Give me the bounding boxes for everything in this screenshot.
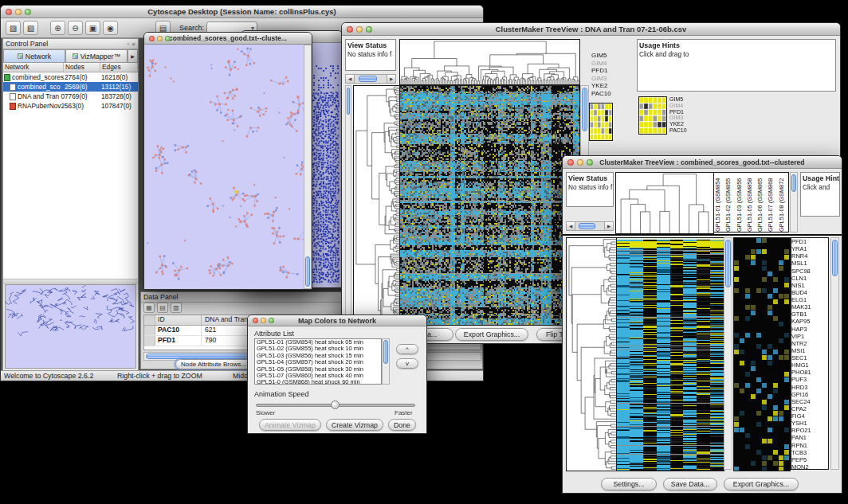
close-button[interactable] bbox=[149, 36, 155, 41]
gene-label[interactable]: TCB3 bbox=[791, 449, 828, 456]
row-dendrogram-canvas[interactable] bbox=[353, 85, 401, 326]
move-down-button[interactable]: v bbox=[396, 358, 418, 369]
gene-label[interactable]: PFD1 bbox=[669, 109, 701, 115]
zoom-out-icon[interactable]: ⊖ bbox=[68, 21, 83, 35]
dialog-button[interactable]: Done bbox=[388, 419, 416, 431]
gene-label[interactable]: PAN1 bbox=[791, 434, 828, 441]
column-label[interactable]: GPL51-02 (GSM855 bbox=[724, 173, 735, 232]
gene-label[interactable]: HAP3 bbox=[791, 326, 828, 333]
tab-overflow-button[interactable]: ▶ bbox=[128, 49, 138, 63]
float-panel-icon[interactable]: ▫ bbox=[127, 41, 129, 48]
network-row[interactable]: RNAPuberNov2 563(0) 107847(0) bbox=[3, 101, 138, 111]
attribute-item[interactable]: GPL51-0 (GSM868) heat shock 60 min bbox=[255, 379, 381, 385]
zoom-in-icon[interactable]: ⊕ bbox=[50, 21, 65, 35]
gene-label[interactable]: YKE2 bbox=[669, 121, 701, 127]
attribute-store-icon[interactable]: ▥ bbox=[171, 303, 182, 313]
minimize-button[interactable] bbox=[356, 26, 363, 33]
vscroll-thumb[interactable] bbox=[725, 240, 731, 287]
gene-label[interactable]: MAK31 bbox=[791, 303, 828, 311]
genes-vscrollbar[interactable] bbox=[830, 237, 839, 470]
gene-label[interactable]: PFD1 bbox=[591, 67, 633, 75]
zoom-selected-icon[interactable]: ◉ bbox=[103, 21, 118, 35]
treeview1-title-bar[interactable]: ClusterMaker TreeView : DNA and Tran 07-… bbox=[342, 23, 840, 36]
close-button[interactable] bbox=[347, 26, 353, 33]
settings-button[interactable]: Settings... bbox=[601, 478, 657, 490]
global-heatmap-canvas[interactable] bbox=[399, 85, 580, 326]
gene-label[interactable]: RPO21 bbox=[791, 427, 828, 434]
scroll-track[interactable] bbox=[575, 222, 604, 230]
gene-label[interactable]: YKE2 bbox=[591, 82, 633, 90]
col-nodes[interactable]: Nodes bbox=[64, 63, 100, 72]
gene-label[interactable]: GIM5 bbox=[669, 96, 701, 103]
gene-label[interactable]: GTB1 bbox=[791, 311, 828, 318]
gene-label[interactable]: SEC24 bbox=[791, 398, 828, 405]
speed-slider[interactable] bbox=[256, 404, 415, 407]
labels-vscrollbar[interactable] bbox=[790, 172, 798, 232]
control-panel-tab[interactable]: VizMapper™ bbox=[65, 49, 128, 63]
gene-label[interactable]: PEP5 bbox=[791, 456, 828, 463]
gene-label[interactable]: MON2 bbox=[791, 463, 828, 470]
gene-label[interactable]: SEC1 bbox=[791, 354, 828, 361]
gene-label[interactable]: PUF3 bbox=[791, 376, 828, 383]
vscroll-thumb[interactable] bbox=[582, 88, 587, 131]
gene-label[interactable]: RPN1 bbox=[791, 442, 828, 449]
gene-label[interactable]: GIM3 bbox=[669, 115, 701, 121]
zoom-heatmap-canvas[interactable] bbox=[733, 237, 791, 471]
gene-label[interactable]: YRA1 bbox=[791, 245, 828, 252]
gene-label[interactable]: VIP1 bbox=[791, 333, 828, 340]
gene-label[interactable]: HMG1 bbox=[791, 361, 828, 369]
export-graphics-button[interactable]: Export Graphics... bbox=[455, 328, 528, 341]
close-button[interactable] bbox=[253, 318, 258, 323]
column-label[interactable]: GPL51-05 (GSM858 bbox=[746, 173, 756, 232]
column-label[interactable]: GPL51-07 (GSM868 bbox=[767, 173, 777, 232]
gene-label[interactable]: PAC10 bbox=[669, 127, 701, 134]
scroll-right-icon[interactable]: ▶ bbox=[604, 222, 613, 230]
gene-label[interactable]: MSL1 bbox=[791, 260, 828, 267]
vscroll-thumb[interactable] bbox=[383, 340, 388, 364]
network-title-bar[interactable]: combined_scores_good.txt--cluste... bbox=[144, 33, 312, 45]
network-overview-canvas[interactable] bbox=[6, 285, 135, 367]
col-edges[interactable]: Edges bbox=[100, 63, 138, 72]
network-row[interactable]: combined_scores 2764(0) 16218(0) bbox=[3, 72, 138, 82]
gene-label[interactable]: GPI16 bbox=[791, 391, 828, 398]
gene-label[interactable]: ELG1 bbox=[791, 296, 828, 303]
gene-label[interactable]: NTR2 bbox=[791, 340, 828, 347]
heatmap-vscrollbar[interactable] bbox=[724, 237, 732, 470]
scroll-thumb[interactable] bbox=[579, 223, 595, 229]
scroll-right-icon[interactable]: ▶ bbox=[387, 75, 395, 83]
vscroll-thumb[interactable] bbox=[305, 256, 310, 287]
network-row[interactable]: DNA and Tran 07 7769(0) 183728(0) bbox=[3, 92, 138, 101]
node-attribute-browser-button[interactable]: Node Attribute Brows... bbox=[175, 359, 252, 369]
column-label[interactable]: GPL51-06 (GSM865 bbox=[756, 173, 767, 232]
minimize-button[interactable] bbox=[261, 318, 266, 323]
row-dendrogram-canvas[interactable] bbox=[566, 237, 617, 471]
correlation-matrix-canvas[interactable] bbox=[638, 96, 667, 135]
move-up-button[interactable]: ^ bbox=[396, 344, 418, 354]
zoom-matrix-canvas[interactable] bbox=[589, 103, 613, 141]
column-dendrogram-canvas[interactable] bbox=[615, 172, 714, 234]
gene-label[interactable]: MSI1 bbox=[791, 347, 828, 354]
minimize-button[interactable] bbox=[157, 36, 163, 41]
network-row[interactable]: combined_sco 2569(6) 13112(15) bbox=[3, 82, 138, 92]
zoom-button[interactable] bbox=[165, 36, 171, 41]
open-session-icon[interactable]: ▨ bbox=[6, 21, 21, 35]
attribute-list-scrollbar[interactable] bbox=[382, 338, 390, 385]
zoom-button[interactable] bbox=[269, 318, 274, 323]
control-panel-tab[interactable]: Network bbox=[3, 49, 65, 63]
scroll-thumb[interactable] bbox=[359, 76, 377, 82]
zoom-button[interactable] bbox=[587, 159, 593, 166]
main-title-bar[interactable]: Cytoscape Desktop (Session Name: collins… bbox=[1, 6, 483, 18]
vscroll-thumb[interactable] bbox=[791, 174, 796, 192]
close-panel-icon[interactable]: × bbox=[132, 41, 135, 48]
minimize-button[interactable] bbox=[15, 9, 22, 15]
close-button[interactable] bbox=[6, 9, 12, 15]
save-data-button[interactable]: Save Data... bbox=[663, 478, 717, 490]
gene-label[interactable]: PFD1 bbox=[791, 238, 828, 245]
create-attribute-icon[interactable]: ▤ bbox=[157, 303, 168, 313]
gene-label[interactable]: GIM3 bbox=[591, 75, 633, 83]
network-vscrollbar[interactable] bbox=[304, 45, 312, 289]
vscroll-thumb[interactable] bbox=[832, 240, 838, 276]
row-selector[interactable] bbox=[144, 326, 155, 335]
network-canvas[interactable] bbox=[144, 45, 312, 289]
dialog-title-bar[interactable]: Map Colors to Network bbox=[248, 315, 426, 326]
